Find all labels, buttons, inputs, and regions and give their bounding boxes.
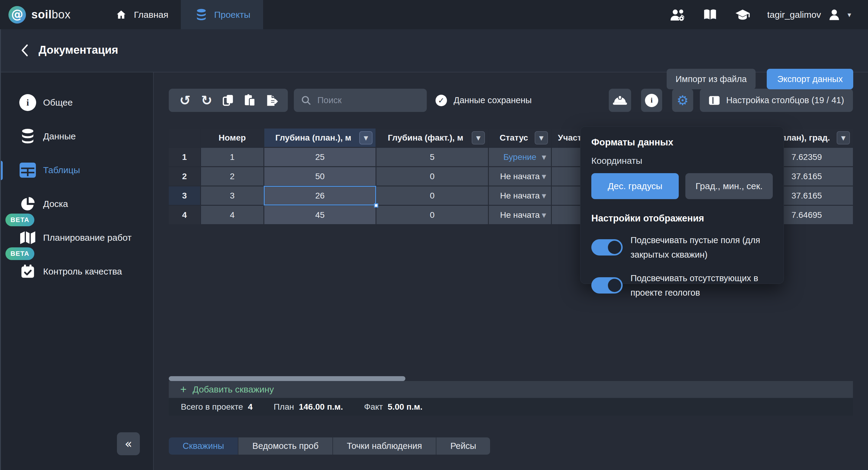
beta-badge: BETA [5,247,34,260]
edit-toolbar: ↺ ↻ [169,89,288,112]
highlight-empty-fields-toggle[interactable] [591,239,623,256]
cell-depth-plan[interactable]: 45 [264,206,375,224]
database-icon [18,127,37,146]
tab-wells[interactable]: Скважины [169,437,239,454]
coordinates-label: Координаты [591,156,773,166]
graduation-cap-icon[interactable] [735,8,750,22]
columns-button-label: Настройка столбцов (19 / 41) [726,95,844,105]
tab-observation-points[interactable]: Точки наблюдения [333,437,436,454]
col-header-status: Статус ▼ [489,128,551,147]
cell-number[interactable]: 3 [201,186,264,205]
columns-icon [709,96,720,105]
info-icon: i [645,94,658,107]
decimal-degrees-button[interactable]: Дес. градусы [591,173,679,199]
filter-icon[interactable]: ▼ [535,131,548,145]
home-icon [113,8,129,22]
user-avatar-icon [827,8,842,22]
calendar-check-icon [18,262,37,281]
cell-depth-fact[interactable]: 0 [376,167,488,185]
nav-projects-label: Проекты [214,10,250,20]
row-index-cell[interactable]: 3 [169,186,200,205]
corner-header-cell [169,128,200,147]
beta-badge: BETA [5,213,34,226]
toggle-row-missing-geologists: Подсвечивать отсутствующих в проекте гео… [591,271,773,300]
saved-status: ✓ Данные сохранены [435,89,532,112]
cell-number[interactable]: 4 [201,206,264,224]
search-input[interactable] [317,95,414,105]
filter-icon[interactable]: ▼ [472,131,485,145]
col-header-depth-fact: Глубина (факт.), м ▼ [376,128,488,147]
popup-title: Форматы данных [591,137,773,148]
filter-icon[interactable]: ▼ [837,131,850,145]
nav-home-label: Главная [134,10,168,20]
row-index-cell[interactable]: 4 [169,206,200,224]
cell-status-dropdown[interactable]: Не начата ▼ [489,206,551,224]
back-button[interactable] [17,42,33,58]
sidebar-item-general[interactable]: i Общее [0,87,154,118]
brand-name: soilbox [31,8,70,21]
dms-button[interactable]: Град., мин., сек. [685,173,773,199]
collapse-sidebar-button[interactable]: « [117,432,140,455]
columns-settings-button[interactable]: Настройка столбцов (19 / 41) [700,89,853,112]
cell-depth-fact[interactable]: 0 [376,186,488,205]
cell-depth-plan[interactable]: 50 [264,167,375,185]
table-summary: Всего в проекте4 План146.00 п.м. Факт5.0… [169,398,853,416]
database-icon [193,8,209,22]
cell-depth-plan[interactable]: 25 [264,148,375,166]
cell-number[interactable]: 2 [201,167,264,185]
toggle-row-empty-fields: Подсвечивать пустые поля (для закрытых с… [591,233,773,262]
display-settings-title: Настройки отображения [591,213,773,224]
chevron-down-icon: ▼ [541,193,546,199]
soilbox-logo-icon: @ [8,6,26,24]
cell-depth-fact[interactable]: 0 [376,206,488,224]
filter-icon[interactable]: ▼ [359,131,373,145]
window-left-edge [0,29,1,470]
tab-trips[interactable]: Рейсы [436,437,490,454]
helmet-icon [613,94,627,107]
copy-icon[interactable] [221,93,235,108]
sheet-tabs: Скважины Ведомость проб Точки наблюдения… [169,437,490,454]
book-icon[interactable] [702,8,718,22]
horizontal-scrollbar[interactable] [169,376,405,381]
user-menu[interactable]: tagir_galimov ▾ [767,8,851,22]
import-button[interactable]: Импорт из файла [667,69,755,89]
cell-depth-fact[interactable]: 5 [376,148,488,166]
table-settings-button[interactable]: ⚙ [672,89,693,112]
selected-cell-depth-plan[interactable]: 26 [264,186,375,205]
plus-icon: + [180,383,187,396]
sidebar-item-tables[interactable]: Таблицы [0,155,154,185]
top-navbar: @ soilbox Главная Проекты tagir_galimov [0,0,868,29]
cell-status-dropdown[interactable]: Не начата ▼ [489,186,551,205]
nav-item-home[interactable]: Главная [101,0,181,29]
redo-icon[interactable]: ↻ [200,93,214,108]
field-works-button[interactable] [609,89,631,112]
page-header: Документация Импорт из файла Экспорт дан… [0,29,868,72]
cell-number[interactable]: 1 [201,148,264,166]
search-icon [301,95,311,106]
table-icon [18,160,37,180]
chevron-down-icon: ▼ [541,154,546,160]
search-box [294,89,427,112]
paste-icon[interactable] [243,93,257,108]
cell-fill-handle[interactable] [374,203,378,208]
tab-sample-register[interactable]: Ведомость проб [239,437,333,454]
cell-status-dropdown[interactable]: Не начата ▼ [489,167,551,185]
add-well-button[interactable]: + Добавить скважину [169,381,853,398]
export-button[interactable]: Экспорт данных [767,69,853,89]
col-header-number: Номер [201,128,264,147]
chevron-down-icon: ▼ [541,212,546,218]
cell-status-dropdown[interactable]: Бурение ▼ [489,148,551,166]
row-index-cell[interactable]: 1 [169,148,200,166]
nav-item-projects[interactable]: Проекты [181,0,263,29]
row-index-cell[interactable]: 2 [169,167,200,185]
pie-chart-icon [18,194,37,213]
chevron-down-icon: ▾ [847,10,851,19]
undo-icon[interactable]: ↺ [178,93,192,108]
info-button[interactable]: i [641,89,662,112]
team-management-icon[interactable] [670,8,685,22]
export-file-icon[interactable] [265,93,278,108]
highlight-missing-geologists-toggle[interactable] [591,277,623,294]
sidebar-item-data[interactable]: Данные [0,121,154,151]
sidebar-item-quality-control[interactable]: Контроль качества [0,257,154,287]
map-icon [18,228,37,247]
